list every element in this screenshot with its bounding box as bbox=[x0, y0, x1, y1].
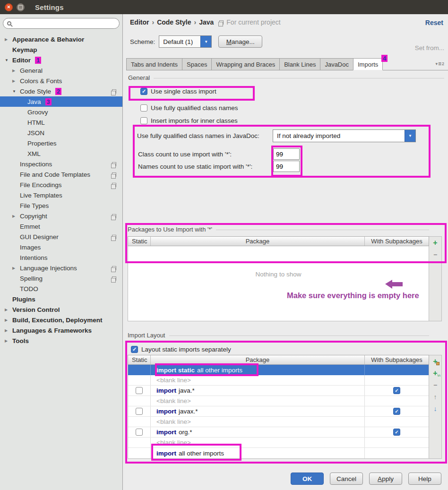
remove-icon[interactable]: − bbox=[429, 379, 441, 391]
scheme-select[interactable]: Default (1) ▼ bbox=[159, 35, 212, 48]
sidebar-item-emmet[interactable]: Emmet bbox=[0, 221, 122, 232]
tab-tabs-and-indents[interactable]: Tabs and Indents bbox=[126, 58, 182, 70]
checkbox-checked-icon[interactable]: ✓ bbox=[393, 408, 400, 415]
column-with-subpackages[interactable]: With Subpackages bbox=[364, 355, 429, 364]
column-package[interactable]: Package bbox=[151, 355, 364, 364]
close-icon[interactable]: ✕ bbox=[5, 3, 13, 11]
sidebar-item-copyright[interactable]: ▶Copyright bbox=[0, 211, 122, 221]
chevron-down-icon[interactable]: ▼ bbox=[405, 130, 415, 142]
apply-button[interactable]: Apply bbox=[369, 473, 402, 485]
chevron-right-icon[interactable]: ▶ bbox=[5, 318, 12, 322]
javadoc-fqn-select[interactable]: If not already imported ▼ bbox=[273, 129, 416, 142]
set-from-link[interactable]: Set from... bbox=[415, 44, 444, 52]
chevron-right-icon[interactable]: ▶ bbox=[12, 266, 20, 270]
sidebar-item-languages-frameworks[interactable]: ▶Languages & Frameworks bbox=[0, 325, 122, 335]
tab-blank-lines[interactable]: Blank Lines bbox=[279, 58, 320, 70]
remove-icon[interactable]: − bbox=[429, 249, 441, 260]
checkbox-unchecked-icon[interactable] bbox=[136, 408, 143, 415]
sidebar-item-tools[interactable]: ▶Tools bbox=[0, 335, 122, 346]
table-row-import-org[interactable]: importorg.* ✓ bbox=[128, 427, 429, 438]
sidebar-item-file-code-templates[interactable]: File and Code Templates bbox=[0, 169, 122, 180]
sidebar-item-properties[interactable]: Properties bbox=[0, 138, 122, 148]
breadcrumb-editor[interactable]: Editor bbox=[130, 18, 149, 26]
class-count-input[interactable] bbox=[273, 148, 300, 160]
chevron-right-icon[interactable]: ▶ bbox=[5, 308, 12, 312]
use-fully-qualified-names-checkbox[interactable]: Use fully qualified class names bbox=[140, 103, 238, 112]
chevron-down-icon[interactable]: ▼ bbox=[200, 36, 211, 47]
add-blank-line-icon[interactable]: +\n bbox=[429, 367, 441, 379]
sidebar-item-inspections[interactable]: Inspections bbox=[0, 159, 122, 169]
tab-imports[interactable]: Imports4 bbox=[353, 58, 383, 70]
chevron-right-icon[interactable]: ▶ bbox=[5, 328, 12, 333]
table-row-import-all-other[interactable]: importall other imports bbox=[128, 448, 429, 458]
checkbox-checked-icon[interactable]: ✓ bbox=[393, 387, 400, 394]
sidebar-item-todo[interactable]: TODO bbox=[0, 284, 122, 294]
ok-button[interactable]: OK bbox=[291, 473, 324, 485]
sidebar-item-gui-designer[interactable]: GUI Designer bbox=[0, 232, 122, 242]
chevron-right-icon[interactable]: ▶ bbox=[5, 339, 12, 343]
sidebar-item-json[interactable]: JSON bbox=[0, 128, 122, 138]
sidebar-item-general[interactable]: ▶General bbox=[0, 65, 122, 76]
sidebar-item-groovy[interactable]: Groovy bbox=[0, 107, 122, 117]
insert-imports-inner-classes-checkbox[interactable]: Insert imports for inner classes bbox=[140, 116, 238, 125]
column-static[interactable]: Static bbox=[128, 355, 151, 364]
sidebar-item-spelling[interactable]: Spelling bbox=[0, 273, 122, 284]
move-down-icon[interactable]: ↓ bbox=[429, 403, 441, 414]
checkbox-checked-icon[interactable]: ✓ bbox=[131, 346, 138, 353]
sidebar-item-xml[interactable]: XML bbox=[0, 148, 122, 159]
table-row-blank-line[interactable]: <blank line> bbox=[128, 396, 429, 406]
sidebar-item-colors-fonts[interactable]: ▶Colors & Fonts bbox=[0, 76, 122, 86]
sidebar-item-code-style[interactable]: ▼Code Style2 bbox=[0, 86, 122, 96]
sidebar-item-images[interactable]: Images bbox=[0, 242, 122, 252]
reset-link[interactable]: Reset bbox=[425, 19, 443, 26]
checkbox-unchecked-icon[interactable] bbox=[140, 104, 147, 112]
breadcrumb-java[interactable]: Java bbox=[199, 18, 214, 26]
sidebar-item-file-types[interactable]: File Types bbox=[0, 200, 122, 211]
sidebar-item-plugins[interactable]: Plugins bbox=[0, 294, 122, 304]
checkbox-unchecked-icon[interactable] bbox=[140, 117, 147, 124]
chevron-right-icon[interactable]: ▶ bbox=[12, 79, 20, 83]
checkbox-checked-icon[interactable]: ✓ bbox=[393, 429, 400, 436]
table-row-import-static-all-other[interactable]: import staticall other imports bbox=[128, 365, 429, 375]
column-static[interactable]: Static bbox=[128, 237, 151, 246]
sidebar-item-html[interactable]: HTML bbox=[0, 117, 122, 128]
hidden-tabs-icon[interactable]: ▾ ≡ 2 bbox=[435, 60, 444, 67]
names-count-input[interactable] bbox=[273, 161, 300, 172]
move-up-icon[interactable]: ↑ bbox=[429, 391, 441, 403]
column-package[interactable]: Package bbox=[151, 237, 364, 246]
sidebar-item-intentions[interactable]: Intentions bbox=[0, 252, 122, 263]
help-button[interactable]: Help bbox=[408, 473, 441, 485]
search-box[interactable] bbox=[3, 18, 120, 29]
checkbox-checked-icon[interactable]: ✓ bbox=[140, 88, 147, 95]
table-row-blank-line[interactable]: <blank line> bbox=[128, 438, 429, 448]
sidebar-item-build-execution-deployment[interactable]: ▶Build, Execution, Deployment bbox=[0, 315, 122, 325]
checkbox-unchecked-icon[interactable] bbox=[136, 429, 143, 436]
sidebar-item-editor[interactable]: ▼Editor1 bbox=[0, 55, 122, 65]
sidebar-item-live-templates[interactable]: Live Templates bbox=[0, 190, 122, 200]
sidebar-item-java[interactable]: Java3 bbox=[0, 96, 122, 107]
table-row-import-java[interactable]: importjava.* ✓ bbox=[128, 386, 429, 396]
tab-spaces[interactable]: Spaces bbox=[182, 58, 212, 70]
table-row-import-javax[interactable]: importjavax.* ✓ bbox=[128, 406, 429, 417]
maximize-icon[interactable] bbox=[17, 3, 25, 11]
chevron-down-icon[interactable]: ▼ bbox=[5, 58, 12, 62]
table-row-blank-line[interactable]: <blank line> bbox=[128, 375, 429, 386]
chevron-right-icon[interactable]: ▶ bbox=[12, 214, 20, 218]
chevron-right-icon[interactable]: ▶ bbox=[5, 37, 12, 42]
packages-table-body[interactable] bbox=[128, 246, 429, 321]
layout-static-imports-checkbox[interactable]: ✓ Layout static imports separately bbox=[131, 345, 231, 353]
checkbox-unchecked-icon[interactable] bbox=[136, 387, 143, 394]
manage-button[interactable]: Manage... bbox=[218, 35, 262, 48]
table-row-blank-line[interactable]: <blank line> bbox=[128, 417, 429, 427]
breadcrumb-code-style[interactable]: Code Style bbox=[157, 18, 191, 26]
column-with-subpackages[interactable]: With Subpackages bbox=[364, 237, 429, 246]
sidebar-item-version-control[interactable]: ▶Version Control bbox=[0, 304, 122, 315]
cancel-button[interactable]: Cancel bbox=[330, 473, 363, 485]
use-single-class-import-checkbox[interactable]: ✓ Use single class import bbox=[140, 87, 216, 95]
add-package-icon[interactable]: + bbox=[429, 355, 441, 367]
sidebar-item-file-encodings[interactable]: File Encodings bbox=[0, 180, 122, 190]
add-icon[interactable]: + bbox=[429, 237, 441, 249]
search-input[interactable] bbox=[14, 19, 119, 28]
sidebar-item-language-injections[interactable]: ▶Language Injections bbox=[0, 263, 122, 273]
tab-wrapping-and-braces[interactable]: Wrapping and Braces bbox=[211, 58, 280, 70]
